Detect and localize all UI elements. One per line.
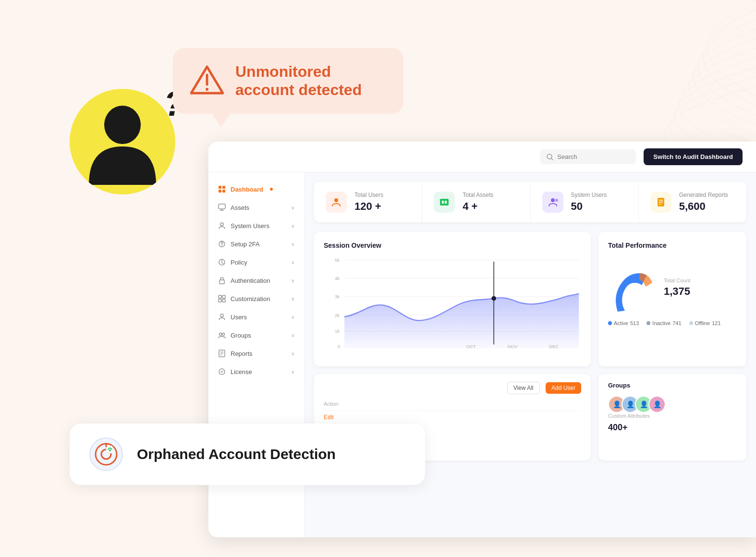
legend-active: Active 513 (608, 320, 639, 326)
edit-link[interactable]: Edit (324, 414, 334, 421)
dashboard-icon (218, 185, 226, 193)
svg-rect-18 (219, 295, 221, 298)
customization-chevron: ∨ (291, 296, 294, 302)
svg-point-61 (109, 449, 111, 451)
orphaned-text: Orphaned Account Detection (137, 446, 336, 462)
stat-total-users-info: Total Users 120 + (354, 192, 383, 213)
legend-active-value: 513 (630, 320, 639, 326)
active-dot (270, 188, 273, 191)
search-box[interactable] (540, 149, 636, 164)
svg-rect-7 (222, 186, 225, 189)
policy-chevron: ∨ (291, 260, 294, 265)
assets-chevron: ∨ (291, 205, 294, 210)
sidebar-item-authentication[interactable]: Authentication ∨ (208, 271, 304, 290)
svg-text:DEC: DEC (549, 344, 559, 349)
svg-point-35 (555, 199, 558, 202)
setup-2fa-chevron: ∨ (291, 242, 294, 247)
svg-point-56 (90, 438, 122, 471)
legend-inactive-label: Inactive (652, 320, 671, 326)
stat-system-users-value: 50 (571, 200, 607, 213)
svg-text:2k: 2k (335, 313, 340, 318)
total-count-value: 1,375 (664, 285, 691, 298)
sidebar-item-license[interactable]: License ∨ (208, 363, 304, 381)
perf-chart-title: Total Performance (608, 242, 737, 249)
groups-count: 400+ (608, 423, 737, 433)
svg-rect-19 (222, 295, 225, 298)
legend-active-label: Active (614, 320, 628, 326)
svg-rect-33 (445, 201, 447, 204)
svg-rect-17 (219, 280, 224, 284)
view-all-button[interactable]: View All (507, 382, 540, 394)
sidebar-license-label: License (231, 368, 252, 375)
svg-rect-31 (440, 199, 449, 206)
stat-generated-reports-value: 5,600 (679, 200, 728, 213)
svg-rect-32 (442, 201, 444, 204)
sidebar-item-assets[interactable]: Assets ∨ (208, 198, 304, 217)
authentication-chevron: ∨ (291, 278, 294, 283)
stat-total-assets-label: Total Assets (463, 192, 493, 198)
yellow-circle (70, 89, 175, 194)
total-count-label: Total Count (664, 278, 691, 283)
svg-point-15 (221, 245, 222, 246)
svg-rect-20 (219, 299, 221, 302)
sidebar-setup-2fa-label: Setup 2FA (231, 241, 260, 248)
session-chart: Session Overview 5k 4k 3k 2k 1k 0 (314, 232, 591, 366)
sidebar-item-setup-2fa[interactable]: Setup 2FA ∨ (208, 235, 304, 253)
stat-system-users: System Users 50 (531, 182, 639, 222)
stat-generated-reports: Generated Reports 5,600 (639, 182, 746, 222)
sidebar-item-reports[interactable]: Reports ∨ (208, 344, 304, 363)
system-users-stat-icon (542, 192, 563, 213)
total-assets-icon (434, 192, 455, 213)
stat-system-users-info: System Users 50 (571, 192, 607, 213)
sidebar-item-groups[interactable]: Groups ∨ (208, 326, 304, 344)
donut-icon-shape (608, 259, 656, 316)
silhouette-container: ? (70, 89, 175, 194)
reports-icon (218, 350, 226, 357)
stat-total-assets-info: Total Assets 4 + (463, 192, 493, 213)
stat-total-users-label: Total Users (354, 192, 383, 198)
search-input[interactable] (557, 153, 624, 160)
alert-bubble: Unmonitored account detected (173, 48, 403, 114)
users-panel-header: View All Add User (324, 382, 581, 394)
assets-icon (218, 204, 226, 211)
setup-2fa-icon (218, 240, 226, 248)
svg-point-0 (104, 106, 141, 144)
svg-rect-21 (222, 299, 225, 302)
inactive-dot-legend (646, 321, 650, 325)
dashboard-header: Switch to Audit Dashboard (208, 142, 756, 172)
reports-chevron: ∨ (291, 351, 294, 356)
orphaned-logo-icon (89, 437, 123, 472)
alert-text: Unmonitored account detected (235, 62, 386, 99)
svg-rect-6 (219, 186, 221, 189)
sidebar-item-dashboard[interactable]: Dashboard (208, 180, 304, 198)
svg-text:0: 0 (338, 344, 340, 349)
sidebar-item-system-users[interactable]: System Users ∨ (208, 217, 304, 235)
stat-system-users-label: System Users (571, 192, 607, 198)
groups-panel-title: Groups (608, 382, 630, 389)
add-user-button[interactable]: Add User (546, 382, 581, 394)
users-icon (218, 313, 226, 321)
svg-text:1k: 1k (335, 328, 340, 334)
sidebar-groups-label: Groups (231, 332, 251, 339)
avatar-4: 👤 (648, 396, 666, 413)
sidebar-item-policy[interactable]: Policy ∨ (208, 253, 304, 271)
sidebar-item-users[interactable]: Users ∨ (208, 308, 304, 326)
sidebar-dashboard-label: Dashboard (231, 186, 263, 193)
stat-generated-reports-label: Generated Reports (679, 192, 728, 198)
charts-row: Session Overview 5k 4k 3k 2k 1k 0 (314, 232, 746, 366)
active-dot-legend (608, 321, 612, 325)
switch-dashboard-button[interactable]: Switch to Audit Dashboard (644, 148, 743, 165)
users-chevron: ∨ (291, 315, 294, 320)
svg-text:4k: 4k (335, 276, 340, 281)
group-avatars: 👤 👤 👤 👤 (608, 396, 737, 413)
authentication-icon (218, 277, 226, 284)
table-row: Edit (324, 411, 581, 424)
stat-total-users-value: 120 + (354, 200, 383, 213)
sidebar-assets-label: Assets (231, 204, 249, 211)
users-panel-actions: View All Add User (507, 382, 581, 394)
legend-offline-label: Offline (695, 320, 710, 326)
sidebar-item-customization[interactable]: Customization ∨ (208, 290, 304, 308)
svg-line-5 (551, 158, 553, 160)
generated-reports-icon (650, 192, 671, 213)
groups-panel-header: Groups (608, 382, 737, 389)
